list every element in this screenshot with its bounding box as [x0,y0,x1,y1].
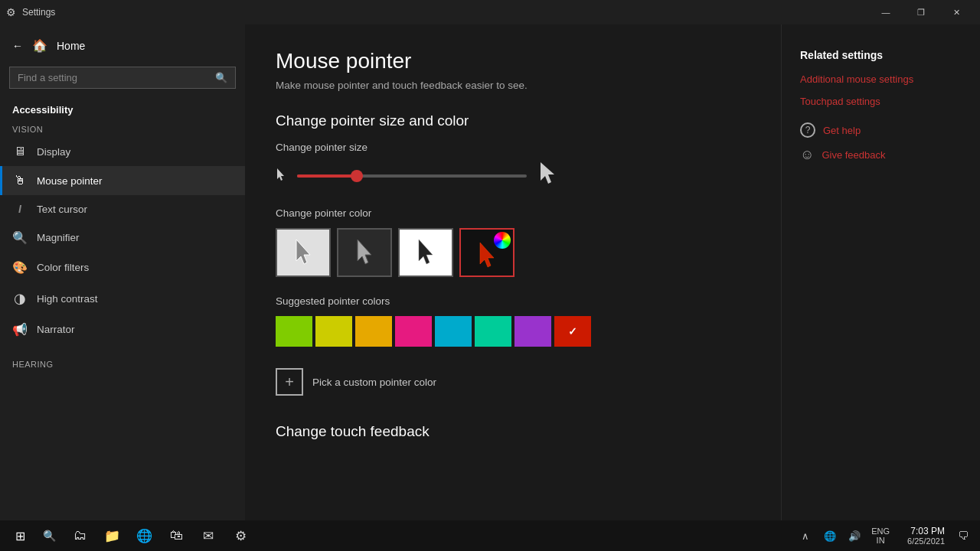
main-content: Mouse pointer Make mouse pointer and tou… [245,24,781,520]
pointer-size-slider-container [276,162,750,189]
slider-thumb[interactable] [351,170,363,182]
mouse-pointer-icon: 🖱 [12,174,28,187]
taskbar-files-icon[interactable]: 📁 [96,520,127,551]
touchpad-settings-link[interactable]: Touchpad settings [800,96,962,107]
svg-marker-3 [358,240,371,264]
titlebar: ⚙ Settings — ❐ ✕ [0,0,980,24]
sidebar-item-label-display: Display [37,146,70,158]
search-box[interactable]: 🔍 [9,67,236,89]
color-filters-icon: 🎨 [12,260,28,275]
notification-icon[interactable]: 🗨 [952,522,974,549]
taskbar-time: 7:03 PM [910,526,945,536]
size-label: Change pointer size [276,142,750,153]
taskbar-settings-icon[interactable]: ⚙ [225,520,256,551]
color-option-black[interactable] [337,228,392,277]
text-cursor-icon: I [12,203,28,215]
swatch-red[interactable]: ✓ [554,316,591,347]
home-icon: 🏠 [32,38,47,53]
color-options: ✓ [276,228,750,277]
related-settings-title: Related settings [800,49,962,61]
svg-marker-2 [296,240,310,264]
taskbar-mail-icon[interactable]: ✉ [193,520,224,551]
custom-color-button[interactable]: + Pick a custom pointer color [276,362,750,402]
color-option-white[interactable] [276,228,331,277]
color-label: Change pointer color [276,207,750,219]
swatch-purple[interactable] [514,316,551,347]
get-help-icon: ? [800,122,815,138]
sidebar-item-label-text-cursor: Text cursor [37,204,87,215]
home-label: Home [57,40,85,52]
back-icon: ← [12,40,23,52]
svg-marker-4 [419,240,433,264]
color-option-custom[interactable]: ✓ [459,228,514,277]
maximize-button[interactable]: ❐ [903,0,939,24]
app-body: ← 🏠 Home 🔍 Accessibility Vision 🖥 Displa… [0,24,980,520]
chevron-up-icon[interactable]: ∧ [795,522,816,549]
give-feedback-label[interactable]: Give feedback [822,149,885,161]
taskbar-store-icon[interactable]: 🛍 [161,520,191,551]
search-input[interactable] [18,72,209,83]
sidebar: ← 🏠 Home 🔍 Accessibility Vision 🖥 Displa… [0,24,245,520]
close-button[interactable]: ✕ [939,0,974,24]
sidebar-item-color-filters[interactable]: 🎨 Color filters [0,253,245,282]
pointer-size-slider[interactable] [297,168,527,184]
lang-line2: IN [877,536,885,545]
get-help-label[interactable]: Get help [823,125,861,136]
taskbar-explorer-icon[interactable]: 🗂 [64,520,95,551]
swatch-cyan[interactable] [435,316,472,347]
checkmark-red: ✓ [568,325,577,337]
vision-category: Vision [0,122,245,137]
settings-icon: ⚙ [6,6,16,18]
sidebar-item-high-contrast[interactable]: ◑ High contrast [0,282,245,315]
sidebar-back-home[interactable]: ← 🏠 Home [0,31,245,60]
sidebar-item-text-cursor[interactable]: I Text cursor [0,195,245,223]
taskbar-edge-icon[interactable]: 🌐 [129,520,159,551]
titlebar-title: Settings [22,7,868,18]
sidebar-item-label-mouse-pointer: Mouse pointer [37,175,103,187]
lang-line1: ENG [871,527,890,536]
sound-icon[interactable]: 🔊 [844,522,865,549]
swatch-pink[interactable] [395,316,432,347]
taskbar-system: ∧ 🌐 🔊 ENG IN 7:03 PM 6/25/2021 🗨 [795,522,974,549]
swatch-yellow[interactable] [355,316,392,347]
sidebar-item-magnifier[interactable]: 🔍 Magnifier [0,223,245,253]
svg-marker-5 [480,243,494,267]
additional-mouse-settings-link[interactable]: Additional mouse settings [800,73,962,85]
section-title-touch: Change touch feedback [276,423,750,440]
svg-marker-1 [541,162,554,184]
sidebar-item-mouse-pointer[interactable]: 🖱 Mouse pointer [0,166,245,195]
custom-color-label: Pick a custom pointer color [312,377,436,388]
search-button[interactable]: 🔍 [35,522,63,549]
titlebar-controls: — ❐ ✕ [868,0,974,24]
swatch-lime[interactable] [315,316,352,347]
network-icon[interactable]: 🌐 [819,522,841,549]
cursor-arrow-small [276,168,285,184]
suggested-colors: ✓ [276,316,750,347]
taskbar-icons: 🗂 📁 🌐 🛍 ✉ ⚙ [64,520,256,551]
sidebar-item-label-narrator: Narrator [37,324,75,335]
language-indicator[interactable]: ENG IN [868,527,893,545]
color-option-inverted[interactable] [398,228,453,277]
sidebar-item-display[interactable]: 🖥 Display [0,137,245,166]
page-title: Mouse pointer [276,49,750,73]
svg-marker-0 [277,168,284,181]
sidebar-item-narrator[interactable]: 📢 Narrator [0,315,245,344]
minimize-button[interactable]: — [868,0,903,24]
section-title-size-color: Change pointer size and color [276,112,750,129]
taskbar: ⊞ 🔍 🗂 📁 🌐 🛍 ✉ ⚙ ∧ 🌐 🔊 ENG IN 7:03 PM 6/2… [0,520,980,551]
give-feedback-icon: ☺ [800,147,814,163]
clock[interactable]: 7:03 PM 6/25/2021 [896,526,949,546]
start-button[interactable]: ⊞ [6,522,34,549]
get-help-item[interactable]: ? Get help [800,122,962,138]
give-feedback-item[interactable]: ☺ Give feedback [800,147,962,163]
narrator-icon: 📢 [12,322,28,337]
sidebar-item-label-color-filters: Color filters [37,262,89,273]
taskbar-date: 6/25/2021 [907,536,945,546]
swatch-teal[interactable] [475,316,511,347]
hearing-category: Hearing [0,357,245,372]
slider-track [297,174,527,178]
display-icon: 🖥 [12,145,28,158]
suggested-title: Suggested pointer colors [276,295,750,307]
swatch-green[interactable] [276,316,312,347]
sidebar-item-label-magnifier: Magnifier [37,232,80,243]
